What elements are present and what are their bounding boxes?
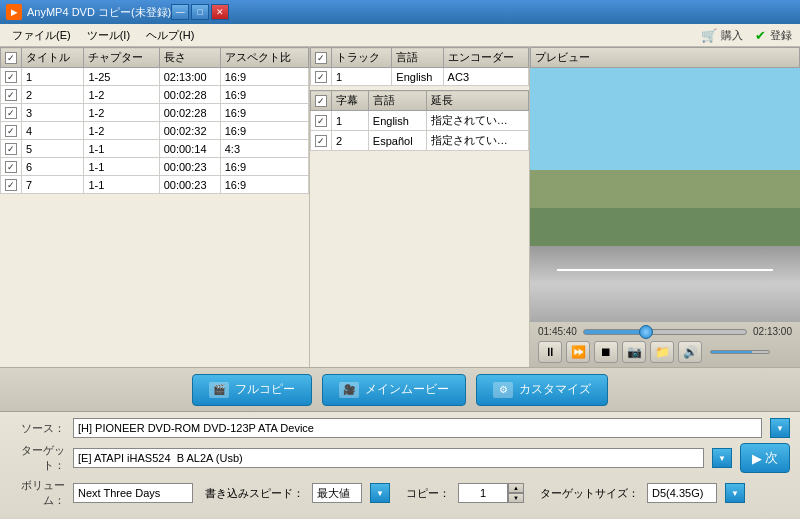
- track-select-all[interactable]: [315, 52, 327, 64]
- menu-tools[interactable]: ツール(I): [79, 26, 138, 45]
- source-dropdown[interactable]: ▼: [770, 418, 790, 438]
- preview-header: プレビュー: [530, 47, 800, 68]
- main-movie-button[interactable]: 🎥 メインムービー: [322, 374, 466, 406]
- preview-video: [530, 68, 800, 322]
- track-id: 1: [332, 68, 392, 86]
- col-track-check: [311, 48, 332, 68]
- screenshot-button[interactable]: 📷: [622, 341, 646, 363]
- row-id: 2: [22, 86, 84, 104]
- next-button[interactable]: ▶ 次: [740, 443, 790, 473]
- col-language: 言語: [392, 48, 443, 68]
- purchase-button[interactable]: 🛒 購入: [701, 28, 743, 43]
- row-check[interactable]: [1, 86, 22, 104]
- stop-button[interactable]: ⏹: [594, 341, 618, 363]
- row-checkbox[interactable]: [5, 89, 17, 101]
- track-row: 1 English AC3: [311, 68, 529, 86]
- volume-slider[interactable]: [710, 350, 770, 354]
- titlebar-title: AnyMP4 DVD コピー(未登録): [27, 5, 171, 20]
- row-length: 00:02:28: [159, 86, 220, 104]
- row-checkbox[interactable]: [5, 161, 17, 173]
- track-checkbox[interactable]: [315, 71, 327, 83]
- close-button[interactable]: ✕: [211, 4, 229, 20]
- folder-button[interactable]: 📁: [650, 341, 674, 363]
- row-check[interactable]: [1, 68, 22, 86]
- row-checkbox[interactable]: [5, 143, 17, 155]
- pause-button[interactable]: ⏸: [538, 341, 562, 363]
- minimize-button[interactable]: —: [171, 4, 189, 20]
- sub-check[interactable]: [311, 111, 332, 131]
- menu-help[interactable]: ヘルプ(H): [138, 26, 202, 45]
- sub-check[interactable]: [311, 131, 332, 151]
- forward-button[interactable]: ⏩: [566, 341, 590, 363]
- preview-panel: プレビュー 01:45:40 02:13:00 ⏸ ⏩ ⏹ 📷 📁 🔊: [530, 47, 800, 367]
- col-aspect: アスペクト比: [220, 48, 308, 68]
- row-chapter: 1-2: [84, 86, 159, 104]
- table-row: 3 1-2 00:02:28 16:9: [1, 104, 309, 122]
- row-chapter: 1-2: [84, 122, 159, 140]
- row-checkbox[interactable]: [5, 125, 17, 137]
- col-title: タイトル: [22, 48, 84, 68]
- row-check[interactable]: [1, 176, 22, 194]
- write-speed-input[interactable]: [312, 483, 362, 503]
- volume-input[interactable]: [73, 483, 193, 503]
- total-time: 02:13:00: [753, 326, 792, 337]
- subtitle-section: 字幕 言語 延長 1 English 指定されてい… 2 Español 指定さ…: [310, 90, 529, 151]
- source-row: ソース： ▼: [10, 418, 790, 438]
- write-speed-dropdown[interactable]: ▼: [370, 483, 390, 503]
- sub-checkbox[interactable]: [315, 135, 327, 147]
- col-subtitle: 字幕: [332, 91, 369, 111]
- action-buttons-bar: 🎬 フルコピー 🎥 メインムービー ⚙ カスタマイズ: [0, 367, 800, 412]
- row-checkbox[interactable]: [5, 179, 17, 191]
- target-size-dropdown[interactable]: ▼: [725, 483, 745, 503]
- progress-track[interactable]: [583, 329, 747, 335]
- target-size-input[interactable]: [647, 483, 717, 503]
- volume-row: ボリューム： 書き込みスピード： ▼ コピー： ▲ ▼ ターゲットサイズ： ▼: [10, 478, 790, 508]
- title-table: タイトル チャプター 長さ アスペクト比 1 1-25 02:13:00 16:…: [0, 47, 309, 194]
- row-checkbox[interactable]: [5, 107, 17, 119]
- copy-up[interactable]: ▲: [508, 483, 524, 493]
- track-check[interactable]: [311, 68, 332, 86]
- row-length: 00:00:14: [159, 140, 220, 158]
- copy-input[interactable]: [458, 483, 508, 503]
- target-dropdown[interactable]: ▼: [712, 448, 732, 468]
- col-check: [1, 48, 22, 68]
- row-chapter: 1-1: [84, 140, 159, 158]
- row-check[interactable]: [1, 158, 22, 176]
- row-check[interactable]: [1, 104, 22, 122]
- copy-down[interactable]: ▼: [508, 493, 524, 503]
- row-aspect: 4:3: [220, 140, 308, 158]
- sub-checkbox[interactable]: [315, 115, 327, 127]
- row-chapter: 1-2: [84, 104, 159, 122]
- track-section: トラック 言語 エンコーダー 1 English AC3: [310, 47, 529, 86]
- register-button[interactable]: ✔ 登録: [755, 28, 792, 43]
- row-aspect: 16:9: [220, 176, 308, 194]
- row-checkbox[interactable]: [5, 71, 17, 83]
- sub-language: Español: [368, 131, 426, 151]
- menubar: ファイル(E) ツール(I) ヘルプ(H): [0, 24, 693, 46]
- row-id: 7: [22, 176, 84, 194]
- row-chapter: 1-1: [84, 176, 159, 194]
- volume-button[interactable]: 🔊: [678, 341, 702, 363]
- row-id: 6: [22, 158, 84, 176]
- target-input[interactable]: [73, 448, 704, 468]
- row-aspect: 16:9: [220, 122, 308, 140]
- sub-id: 2: [332, 131, 369, 151]
- select-all-checkbox[interactable]: [5, 52, 17, 64]
- row-check[interactable]: [1, 122, 22, 140]
- sub-select-all[interactable]: [315, 95, 327, 107]
- row-aspect: 16:9: [220, 68, 308, 86]
- menu-file[interactable]: ファイル(E): [4, 26, 79, 45]
- subtitle-table: 字幕 言語 延長 1 English 指定されてい… 2 Español 指定さ…: [310, 90, 529, 151]
- row-check[interactable]: [1, 140, 22, 158]
- table-row: 4 1-2 00:02:32 16:9: [1, 122, 309, 140]
- target-row: ターゲット： ▼ ▶ 次: [10, 443, 790, 473]
- maximize-button[interactable]: □: [191, 4, 209, 20]
- row-aspect: 16:9: [220, 158, 308, 176]
- customize-button[interactable]: ⚙ カスタマイズ: [476, 374, 608, 406]
- source-input[interactable]: [73, 418, 762, 438]
- full-copy-button[interactable]: 🎬 フルコピー: [192, 374, 312, 406]
- table-row: 7 1-1 00:00:23 16:9: [1, 176, 309, 194]
- titlebar: ▶ AnyMP4 DVD コピー(未登録) — □ ✕: [0, 0, 800, 24]
- progress-thumb[interactable]: [639, 325, 653, 339]
- row-id: 1: [22, 68, 84, 86]
